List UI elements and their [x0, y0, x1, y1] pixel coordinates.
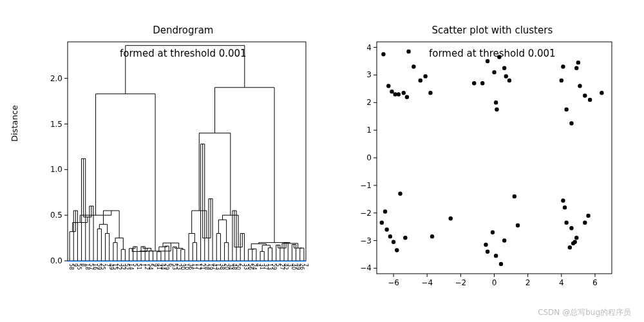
svg-point-291 — [419, 79, 422, 82]
svg-point-323 — [449, 216, 453, 220]
svg-point-303 — [494, 100, 498, 104]
svg-point-328 — [499, 262, 503, 266]
svg-point-319 — [395, 248, 399, 252]
svg-point-314 — [383, 209, 387, 213]
dendrogram-panel: Dendrogram formed at threshold 0.001 0.0… — [39, 13, 309, 296]
svg-text:6: 6 — [592, 278, 598, 287]
svg-point-312 — [600, 91, 603, 95]
svg-text:2: 2 — [526, 278, 531, 287]
svg-point-332 — [561, 198, 565, 202]
dendrogram-ylabel: Distance — [10, 105, 19, 142]
svg-text:0: 0 — [366, 153, 372, 162]
svg-point-317 — [388, 234, 392, 238]
svg-point-283 — [386, 84, 390, 88]
svg-point-336 — [574, 236, 578, 240]
svg-point-286 — [397, 92, 401, 96]
svg-point-293 — [428, 91, 432, 95]
svg-point-340 — [586, 214, 590, 218]
svg-point-338 — [568, 245, 572, 249]
svg-point-310 — [569, 121, 573, 125]
scatter-plot: −6−4−20246−4−3−2−101234 — [348, 39, 618, 296]
svg-point-330 — [516, 223, 520, 227]
svg-point-318 — [392, 240, 395, 244]
dendrogram-plot: 0.00.51.01.52.05895581857165925749152232… — [39, 39, 309, 296]
svg-text:4: 4 — [559, 278, 564, 287]
svg-point-302 — [495, 108, 498, 111]
svg-point-333 — [564, 221, 568, 225]
svg-point-304 — [560, 79, 564, 82]
svg-point-329 — [513, 194, 516, 198]
svg-text:0: 0 — [492, 278, 497, 287]
svg-point-307 — [578, 84, 582, 88]
svg-point-301 — [472, 81, 476, 85]
svg-text:0.5: 0.5 — [50, 211, 62, 220]
dendrogram-ylabel-text: Distance — [10, 105, 19, 142]
svg-text:4: 4 — [366, 43, 372, 52]
svg-point-297 — [502, 66, 506, 70]
svg-text:−6: −6 — [388, 278, 399, 287]
svg-point-298 — [504, 74, 508, 78]
svg-text:7: 7 — [303, 263, 308, 267]
svg-point-321 — [403, 236, 407, 240]
svg-point-282 — [381, 52, 385, 56]
svg-rect-0 — [68, 42, 306, 261]
svg-text:0.0: 0.0 — [50, 256, 62, 265]
svg-text:−3: −3 — [360, 236, 372, 245]
svg-point-327 — [494, 254, 498, 258]
svg-point-289 — [406, 50, 410, 53]
svg-point-315 — [380, 221, 384, 225]
svg-point-296 — [492, 70, 496, 74]
svg-point-287 — [402, 91, 406, 95]
svg-point-306 — [574, 66, 578, 70]
svg-point-331 — [502, 238, 506, 242]
svg-point-305 — [561, 64, 565, 68]
dendrogram-title-line1: Dendrogram — [153, 24, 213, 36]
svg-point-309 — [588, 98, 592, 102]
svg-point-341 — [563, 205, 567, 209]
scatter-title-line1: Scatter plot with clusters — [431, 24, 553, 36]
svg-point-308 — [583, 93, 587, 97]
svg-point-326 — [486, 250, 489, 254]
svg-point-322 — [430, 234, 434, 238]
figure: Dendrogram formed at threshold 0.001 0.0… — [0, 0, 644, 322]
scatter-panel: Scatter plot with clusters formed at thr… — [348, 13, 618, 296]
svg-point-325 — [484, 243, 488, 247]
svg-text:2: 2 — [366, 98, 372, 107]
svg-point-334 — [569, 226, 573, 230]
svg-point-339 — [583, 221, 587, 225]
svg-point-288 — [405, 95, 409, 99]
svg-text:−2: −2 — [455, 278, 467, 287]
svg-point-300 — [480, 81, 484, 85]
watermark: CSDN @总写bug的程序员 — [538, 307, 631, 318]
svg-point-313 — [576, 61, 580, 64]
svg-point-295 — [486, 59, 489, 63]
svg-point-294 — [497, 55, 501, 59]
svg-text:2.0: 2.0 — [50, 74, 62, 83]
svg-point-290 — [412, 64, 415, 68]
svg-text:1.0: 1.0 — [50, 165, 62, 174]
svg-text:1: 1 — [366, 126, 372, 135]
svg-text:−2: −2 — [360, 209, 372, 218]
svg-point-284 — [390, 90, 393, 93]
svg-text:3: 3 — [366, 70, 372, 79]
svg-point-292 — [423, 74, 427, 78]
svg-text:−1: −1 — [360, 181, 372, 190]
svg-point-311 — [564, 108, 568, 111]
svg-text:−4: −4 — [421, 278, 433, 287]
svg-point-316 — [384, 227, 388, 231]
svg-point-299 — [507, 79, 511, 82]
svg-point-324 — [491, 231, 495, 234]
svg-point-320 — [398, 192, 402, 196]
svg-text:1.5: 1.5 — [50, 120, 62, 129]
svg-text:−4: −4 — [360, 263, 372, 272]
svg-point-337 — [571, 242, 575, 245]
